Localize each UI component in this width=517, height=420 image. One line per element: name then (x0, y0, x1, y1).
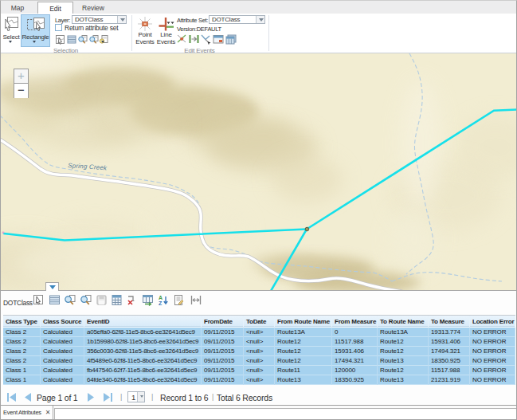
svg-text:Z: Z (159, 300, 163, 306)
svg-text:A: A (159, 295, 163, 300)
